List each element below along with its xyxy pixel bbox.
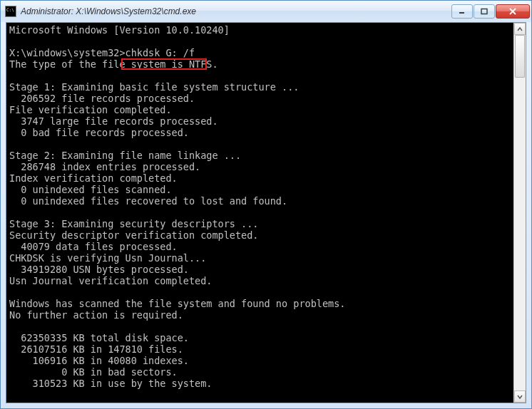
output-line	[9, 207, 510, 218]
output-line: 26107516 KB in 147810 files.	[9, 343, 510, 355]
output-line: 0 unindexed files scanned.	[9, 184, 510, 195]
output-line: No further action is required.	[9, 309, 510, 321]
output-line	[9, 138, 510, 150]
client-area: Microsoft Windows [Version 10.0.10240]X:…	[6, 22, 526, 403]
output-line: Security descriptor verification complet…	[9, 229, 510, 241]
titlebar[interactable]: Administrator: X:\Windows\System32\cmd.e…	[1, 1, 531, 22]
maximize-icon	[481, 8, 488, 15]
window-title: Administrator: X:\Windows\System32\cmd.e…	[21, 6, 451, 16]
output-line: 310523 KB in use by the system.	[9, 378, 510, 389]
output-line: 0 bad file records processed.	[9, 127, 510, 138]
output-line	[9, 36, 510, 47]
scroll-down-button[interactable]	[514, 390, 526, 403]
output-line	[9, 321, 510, 332]
output-line: Index verification completed.	[9, 172, 510, 184]
close-icon	[508, 8, 517, 15]
output-line: 3747 large file records processed.	[9, 115, 510, 127]
scroll-track[interactable]	[514, 35, 526, 390]
output-line	[9, 286, 510, 298]
vertical-scrollbar[interactable]	[513, 23, 526, 403]
output-line: CHKDSK is verifying Usn Journal...	[9, 252, 510, 264]
output-line: Stage 3: Examining security descriptors …	[9, 218, 510, 229]
entered-command: chkdsk G: /f	[126, 47, 195, 58]
output-line: File verification completed.	[9, 104, 510, 115]
output-line: 0 unindexed files recovered to lost and …	[9, 195, 510, 207]
output-line: 0 KB in bad sectors.	[9, 366, 510, 378]
window-controls	[451, 4, 530, 19]
chevron-down-icon	[517, 395, 523, 399]
maximize-button[interactable]	[474, 4, 495, 19]
output-line: Windows has scanned the file system and …	[9, 298, 510, 309]
prompt-line: X:\windows\system32>chkdsk G: /f	[9, 47, 510, 58]
output-line: Stage 1: Examining basic file system str…	[9, 81, 510, 93]
output-line: The type of the file system is NTFS.	[9, 58, 510, 70]
output-line: 34919280 USN bytes processed.	[9, 264, 510, 275]
minimize-button[interactable]	[451, 4, 473, 19]
scroll-up-button[interactable]	[514, 23, 526, 35]
output-line: Stage 2: Examining file name linkage ...	[9, 150, 510, 161]
cmd-icon	[5, 6, 16, 17]
output-line: 40079 data files processed.	[9, 241, 510, 252]
console-output[interactable]: Microsoft Windows [Version 10.0.10240]X:…	[6, 23, 513, 403]
chevron-up-icon	[517, 27, 523, 31]
close-button[interactable]	[496, 4, 530, 19]
prompt-path: X:\windows\system32>	[9, 47, 126, 58]
scroll-thumb[interactable]	[515, 35, 525, 78]
output-line: Microsoft Windows [Version 10.0.10240]	[9, 24, 510, 36]
output-line	[9, 70, 510, 81]
output-line: 286748 index entries processed.	[9, 161, 510, 172]
svg-rect-1	[481, 9, 487, 14]
minimize-icon	[459, 8, 466, 15]
command-prompt-window: Administrator: X:\Windows\System32\cmd.e…	[0, 0, 532, 409]
output-line: Usn Journal verification completed.	[9, 275, 510, 286]
output-line: 206592 file records processed.	[9, 93, 510, 104]
output-line: 106916 KB in 40080 indexes.	[9, 355, 510, 366]
output-line: 62350335 KB total disk space.	[9, 332, 510, 343]
